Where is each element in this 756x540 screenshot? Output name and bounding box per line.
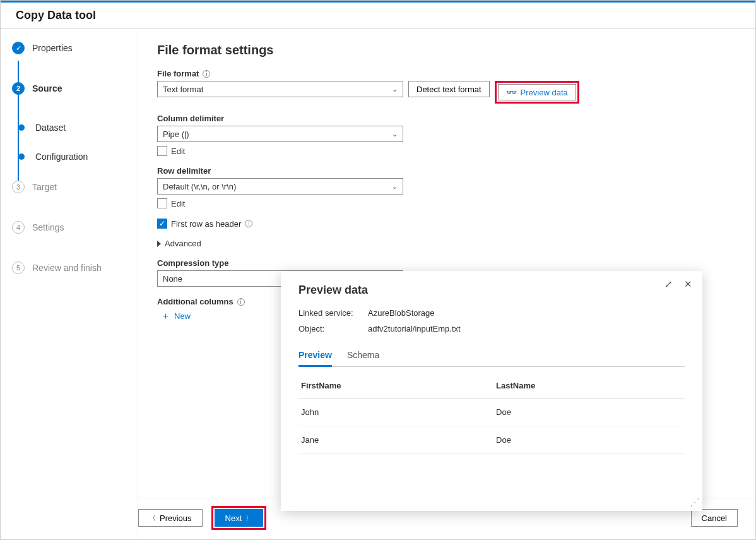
step-number-icon: 4 (12, 221, 25, 234)
column-delimiter-select[interactable]: Pipe (|) ⌄ (157, 126, 403, 142)
next-button-highlight: Next 〉 (211, 506, 267, 530)
file-format-group: File format i Text format ⌄ Detect text … (157, 69, 755, 104)
column-delimiter-edit[interactable]: Edit (157, 146, 755, 156)
step-label: Configuration (35, 152, 88, 162)
advanced-toggle[interactable]: Advanced (157, 239, 755, 248)
info-icon[interactable]: i (203, 70, 210, 78)
cell-firstname: John (298, 399, 493, 426)
dot-icon (18, 124, 25, 131)
cell-firstname: Jane (298, 426, 493, 454)
chevron-down-icon: ⌄ (392, 130, 398, 138)
wizard-steps: ✓ Properties 2 Source Dataset Configurat… (1, 29, 138, 537)
row-delimiter-group: Row delimiter Default (\r,\n, or \r\n) ⌄… (157, 166, 755, 208)
step-settings[interactable]: 4 Settings (12, 221, 138, 234)
column-delimiter-group: Column delimiter Pipe (|) ⌄ Edit (157, 114, 755, 156)
checkbox-icon[interactable] (157, 198, 167, 208)
page-title: File format settings (157, 43, 755, 57)
chevron-down-icon: ⌄ (392, 85, 398, 93)
object-row: Object: adfv2tutorial/inputEmp.txt (298, 324, 685, 333)
step-number-icon: 3 (12, 181, 25, 193)
chevron-right-icon: 〉 (245, 513, 252, 523)
table-header-row: FirstName LastName (298, 373, 685, 399)
checkbox-checked-icon[interactable]: ✓ (157, 219, 167, 229)
detect-text-format-button[interactable]: Detect text format (408, 81, 490, 97)
file-format-select[interactable]: Text format ⌄ (157, 81, 403, 97)
tab-schema[interactable]: Schema (347, 345, 379, 366)
step-source[interactable]: 2 Source (12, 82, 138, 95)
cancel-button[interactable]: Cancel (691, 509, 738, 527)
table-row: Jane Doe (298, 426, 685, 454)
dot-icon (18, 153, 25, 160)
tab-preview[interactable]: Preview (298, 345, 332, 367)
substep-dataset[interactable]: Dataset (15, 123, 138, 133)
step-label: Review and finish (32, 263, 102, 273)
info-icon[interactable]: i (245, 220, 252, 227)
expand-icon[interactable]: ⤢ (664, 279, 673, 290)
step-label: Target (32, 182, 57, 192)
col-header-lastname: LastName (493, 373, 685, 399)
row-delimiter-label: Row delimiter (157, 166, 755, 176)
close-icon[interactable]: ✕ (684, 279, 692, 290)
step-label: Properties (32, 43, 73, 53)
check-icon: ✓ (12, 42, 25, 54)
first-row-header[interactable]: ✓ First row as header i (157, 219, 755, 229)
substep-configuration[interactable]: Configuration (15, 152, 138, 162)
step-review-finish[interactable]: 5 Review and finish (12, 261, 138, 274)
linked-service-label: Linked service: (298, 308, 368, 318)
checkbox-icon[interactable] (157, 146, 167, 156)
preview-data-highlight: 👓 Preview data (495, 81, 579, 104)
object-value: adfv2tutorial/inputEmp.txt (368, 324, 461, 333)
chevron-left-icon: 〈 (149, 513, 156, 523)
preview-data-panel: ⤢ ✕ Preview data Linked service: AzureBl… (281, 271, 702, 511)
column-delimiter-label: Column delimiter (157, 114, 755, 123)
linked-service-row: Linked service: AzureBlobStorage (298, 308, 685, 318)
header-title: Copy Data tool (16, 9, 96, 21)
triangle-right-icon (157, 241, 161, 247)
preview-data-button[interactable]: 👓 Preview data (498, 84, 576, 100)
step-target[interactable]: 3 Target (12, 181, 138, 193)
info-icon[interactable]: i (237, 298, 245, 306)
step-properties[interactable]: ✓ Properties (12, 42, 138, 54)
column-delimiter-value: Pipe (|) (163, 129, 189, 139)
plus-icon: ＋ (161, 310, 170, 322)
preview-icon: 👓 (506, 87, 517, 97)
step-label: Source (32, 83, 62, 93)
linked-service-value: AzureBlobStorage (368, 308, 435, 318)
page-header: Copy Data tool (1, 3, 755, 29)
chevron-down-icon: ⌄ (392, 183, 398, 191)
file-format-value: Text format (163, 85, 203, 94)
previous-button[interactable]: 〈 Previous (138, 509, 203, 527)
cell-lastname: Doe (493, 426, 685, 454)
file-format-label: File format i (157, 69, 755, 78)
object-label: Object: (298, 324, 368, 333)
table-row: John Doe (298, 399, 685, 426)
col-header-firstname: FirstName (298, 373, 493, 399)
step-label: Dataset (35, 123, 66, 133)
preview-panel-title: Preview data (298, 284, 685, 297)
next-button[interactable]: Next 〉 (215, 509, 264, 527)
compression-value: None (163, 274, 182, 284)
row-delimiter-edit[interactable]: Edit (157, 198, 755, 208)
preview-tabs: Preview Schema (298, 345, 685, 367)
row-delimiter-select[interactable]: Default (\r,\n, or \r\n) ⌄ (157, 178, 403, 195)
step-number-icon: 5 (12, 261, 25, 274)
cell-lastname: Doe (493, 399, 685, 426)
row-delimiter-value: Default (\r,\n, or \r\n) (163, 182, 236, 191)
step-label: Settings (32, 222, 64, 232)
preview-table: FirstName LastName John Doe Jane Doe (298, 373, 685, 454)
resize-grip-icon[interactable]: ⋰ (690, 496, 700, 508)
step-number-icon: 2 (12, 82, 25, 95)
compression-label: Compression type (157, 258, 755, 268)
